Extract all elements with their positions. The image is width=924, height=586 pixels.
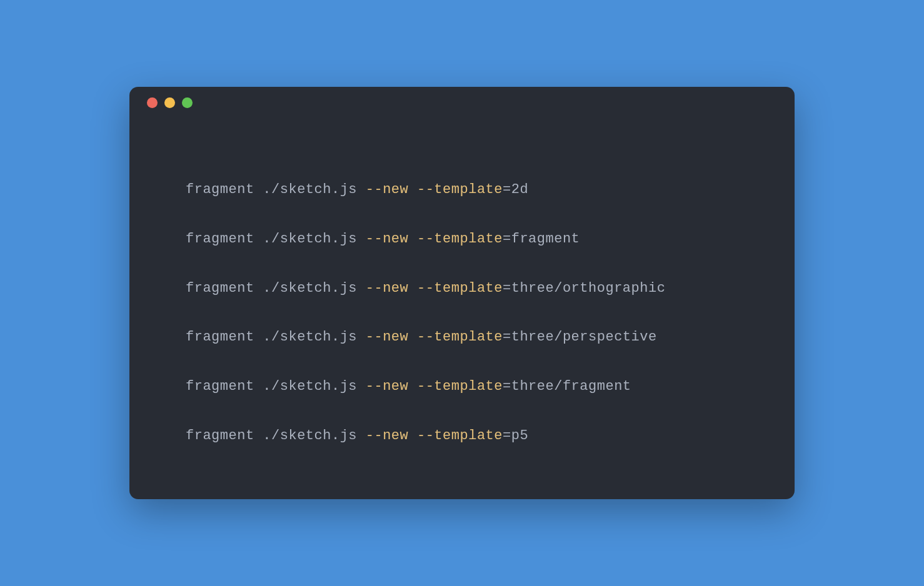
command-text: fragment ./sketch.js — [186, 182, 366, 197]
command-text — [408, 329, 417, 345]
command-line: fragment ./sketch.js --new --template=2d — [186, 181, 738, 200]
command-text — [408, 231, 417, 247]
command-flag: --template — [417, 329, 503, 345]
command-text: =2d — [503, 182, 528, 197]
command-text: =three/fragment — [503, 379, 631, 394]
command-text: =fragment — [503, 231, 580, 247]
command-text — [408, 428, 417, 444]
command-text: =three/orthographic — [503, 281, 665, 296]
command-text — [408, 182, 417, 197]
terminal-content: fragment ./sketch.js --new --template=2d… — [129, 118, 795, 471]
command-text: fragment ./sketch.js — [186, 231, 366, 247]
close-icon[interactable] — [147, 97, 158, 108]
command-flag: --template — [417, 231, 503, 247]
command-line: fragment ./sketch.js --new --template=th… — [186, 328, 738, 347]
command-text: =p5 — [503, 428, 528, 444]
command-flag: --template — [417, 379, 503, 394]
command-flag: --new — [366, 281, 409, 296]
command-flag: --new — [366, 379, 409, 394]
command-flag: --new — [366, 428, 409, 444]
terminal-window: fragment ./sketch.js --new --template=2d… — [129, 87, 795, 499]
command-line: fragment ./sketch.js --new --template=th… — [186, 279, 738, 299]
command-flag: --template — [417, 281, 503, 296]
command-text — [408, 281, 417, 296]
command-text: fragment ./sketch.js — [186, 281, 366, 296]
minimize-icon[interactable] — [164, 97, 175, 108]
command-text: fragment ./sketch.js — [186, 329, 366, 345]
maximize-icon[interactable] — [182, 97, 193, 108]
command-flag: --template — [417, 428, 503, 444]
titlebar — [129, 87, 795, 118]
command-text — [408, 379, 417, 394]
command-line: fragment ./sketch.js --new --template=fr… — [186, 230, 738, 249]
command-flag: --new — [366, 329, 409, 345]
command-text: fragment ./sketch.js — [186, 428, 366, 444]
command-flag: --new — [366, 182, 409, 197]
command-flag: --new — [366, 231, 409, 247]
command-text: fragment ./sketch.js — [186, 379, 366, 394]
command-line: fragment ./sketch.js --new --template=th… — [186, 377, 738, 397]
command-flag: --template — [417, 182, 503, 197]
command-line: fragment ./sketch.js --new --template=p5 — [186, 427, 738, 446]
command-text: =three/perspective — [503, 329, 657, 345]
